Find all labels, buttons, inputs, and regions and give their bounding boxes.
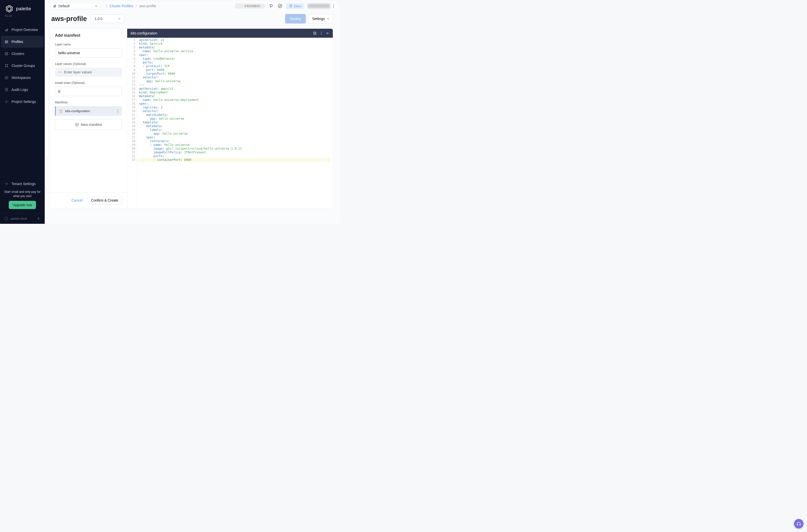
svg-point-34	[321, 33, 322, 34]
page-title: aws-profile	[51, 15, 87, 23]
chevron-down-icon	[327, 18, 329, 19]
confirm-create-button[interactable]: Confirm & Create	[88, 196, 122, 205]
breadcrumb-link[interactable]: Cluster Profiles	[110, 4, 133, 8]
svg-point-14	[5, 76, 8, 79]
svg-rect-7	[7, 53, 8, 54]
svg-point-28	[118, 111, 118, 111]
clusters-icon	[4, 52, 8, 56]
project-selector[interactable]: Default	[50, 3, 100, 9]
brand-icon	[4, 216, 8, 221]
nav-project-settings[interactable]: Project Settings	[0, 96, 45, 108]
svg-point-27	[118, 109, 118, 110]
nav-tenant-settings[interactable]: Tenant Settings	[0, 178, 45, 190]
svg-point-33	[321, 32, 322, 33]
manifests-label: Manifests	[55, 101, 122, 104]
svg-point-29	[118, 112, 118, 113]
svg-rect-32	[314, 32, 316, 34]
svg-rect-20	[54, 5, 55, 7]
profiles-icon	[4, 40, 8, 44]
svg-rect-4	[5, 41, 8, 42]
form-title: Add manifest	[55, 33, 122, 38]
layer-name-input[interactable]	[55, 48, 122, 58]
cluster-groups-icon	[4, 64, 8, 68]
nav-audit-logs[interactable]: Audit Logs	[0, 84, 45, 96]
layer-values-label: Layer values (Optional)	[55, 62, 122, 66]
manifest-item[interactable]: k8s-configuration	[55, 106, 122, 116]
docs-icon	[289, 4, 293, 8]
file-icon	[59, 109, 63, 113]
overview-icon	[4, 28, 8, 32]
svg-rect-19	[54, 6, 54, 7]
editor-kebab-icon[interactable]	[321, 32, 322, 35]
cancel-button[interactable]: Cancel	[72, 196, 82, 205]
layer-name-label: Layer name	[55, 43, 122, 46]
svg-rect-31	[314, 33, 316, 35]
svg-rect-8	[5, 54, 6, 55]
svg-rect-5	[5, 42, 8, 43]
install-order-label: Install order (Optional)	[55, 81, 122, 85]
version-selector[interactable]: 1.0.0	[91, 15, 125, 23]
svg-rect-1	[6, 30, 7, 31]
svg-rect-9	[7, 54, 8, 55]
svg-point-26	[333, 7, 334, 8]
svg-point-25	[333, 6, 334, 6]
svg-rect-16	[5, 88, 7, 91]
code-icon	[58, 71, 61, 74]
editor-tab: k8s-configuration	[131, 31, 157, 35]
svg-rect-2	[7, 29, 8, 31]
svg-point-35	[321, 34, 322, 35]
close-icon[interactable]	[326, 32, 329, 35]
svg-point-22	[278, 4, 282, 8]
svg-rect-6	[5, 53, 6, 54]
svg-point-18	[6, 101, 7, 102]
svg-rect-21	[55, 5, 56, 7]
upgrade-text: Start small and only pay for what you us…	[3, 190, 41, 198]
background-card	[45, 28, 49, 158]
manifest-kebab-icon[interactable]	[117, 109, 118, 113]
copy-icon[interactable]	[313, 31, 317, 35]
tenant-icon	[4, 182, 8, 186]
deploy-button[interactable]: Deploy	[285, 14, 306, 23]
compass-icon[interactable]	[277, 3, 283, 9]
svg-point-15	[6, 77, 7, 78]
breadcrumb: / Cluster Profiles / aws-profile	[105, 4, 156, 8]
new-manifest-button[interactable]: New manifest	[55, 119, 122, 130]
svg-rect-0	[5, 30, 6, 31]
plus-circle-icon	[75, 122, 79, 127]
settings-icon	[4, 100, 8, 104]
user-menu[interactable]	[307, 4, 330, 8]
collapse-icon[interactable]	[36, 216, 41, 221]
settings-button[interactable]: Settings	[308, 14, 333, 23]
project-icon	[53, 4, 56, 8]
audit-icon	[4, 88, 8, 92]
chevron-down-icon	[118, 18, 121, 19]
logo-icon	[5, 4, 14, 13]
product-version: 4.1.12	[0, 15, 45, 21]
install-order-input[interactable]	[55, 87, 122, 96]
layer-values-input[interactable]: Enter layer values	[55, 68, 122, 77]
svg-point-24	[333, 4, 334, 5]
nav-workspaces[interactable]: Workspaces	[0, 72, 45, 84]
usage-indicator: 0.62/100kCh	[234, 3, 265, 8]
brand-name: spectro cloud	[11, 217, 27, 220]
nav-cluster-groups[interactable]: Cluster Groups	[0, 60, 45, 72]
upgrade-button[interactable]: Upgrade now	[9, 201, 36, 209]
breadcrumb-current: aws-profile	[139, 4, 156, 8]
nav-project-overview[interactable]: Project Overview	[0, 24, 45, 36]
chevron-down-icon	[95, 5, 97, 7]
nav-profiles[interactable]: Profiles	[1, 36, 44, 48]
svg-rect-3	[5, 40, 8, 41]
chat-icon[interactable]	[268, 3, 274, 9]
editor-gutter: 1234567891011121314151617181920212223242…	[127, 38, 137, 208]
kebab-menu-icon[interactable]	[333, 4, 334, 8]
nav-clusters[interactable]: Clusters	[0, 48, 45, 60]
docs-button[interactable]: Docs	[286, 3, 304, 9]
editor-code[interactable]: apiVersion: v1kind: Servicemetadata: nam…	[137, 38, 333, 208]
workspaces-icon	[4, 76, 8, 80]
product-name: palette	[16, 6, 31, 12]
